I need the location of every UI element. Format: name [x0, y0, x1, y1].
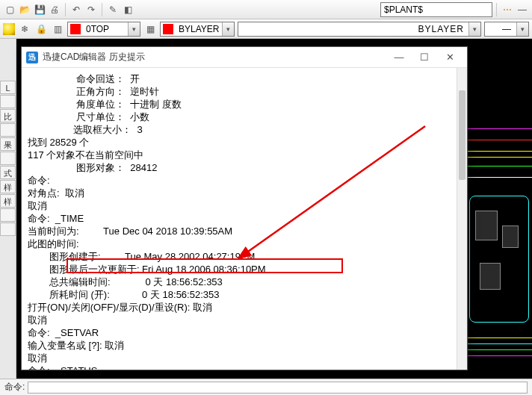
command-input[interactable]	[28, 382, 528, 394]
history-text: 命令回送： 开 正角方向： 逆时针 角度单位： 十进制 度数 尺寸单位： 小数 …	[28, 73, 336, 370]
color-combo[interactable]: BYLAYER ▾	[160, 22, 235, 37]
panel-tab[interactable]: 样	[0, 180, 16, 193]
dialog-titlebar[interactable]: 迅 迅捷CAD编辑器 历史提示 ― ☐ ✕	[22, 47, 467, 68]
app-icon: 迅	[26, 52, 38, 63]
minimize-button[interactable]: ―	[386, 49, 412, 66]
panel-tab[interactable]: 比	[0, 109, 16, 122]
panel-tab[interactable]	[0, 123, 16, 137]
chevron-down-icon[interactable]: ▾	[222, 22, 234, 36]
left-panel: L 比 果 式 样 样	[0, 39, 16, 395]
linetype-name: BYLAYER	[238, 24, 468, 34]
history-dialog: 迅 迅捷CAD编辑器 历史提示 ― ☐ ✕ 命令回送： 开 正角方向： 逆时针 …	[21, 46, 468, 370]
print-icon[interactable]: 🖨	[48, 3, 61, 16]
line-icon[interactable]: —	[516, 3, 529, 16]
annotation-highlight	[66, 258, 343, 273]
layer-prop-icon[interactable]: ▥	[51, 22, 64, 36]
dialog-body[interactable]: 命令回送： 开 正角方向： 逆时针 角度单位： 十进制 度数 尺寸单位： 小数 …	[22, 68, 457, 370]
new-icon[interactable]: ▢	[3, 3, 16, 16]
lineweight-combo[interactable]: — ▾	[484, 22, 529, 37]
panel-tab[interactable]: 样	[0, 194, 16, 208]
panel-tab[interactable]	[0, 208, 16, 222]
maximize-button[interactable]: ☐	[412, 49, 437, 66]
dots-icon[interactable]: ⋯	[501, 3, 514, 16]
color-name: BYLAYER	[176, 24, 222, 34]
layer-name: 0TOP	[83, 24, 128, 34]
separator	[65, 3, 66, 16]
tool-icon[interactable]: ◧	[121, 3, 134, 16]
chevron-down-icon[interactable]: ▾	[516, 22, 528, 36]
lineweight-value: —	[485, 24, 516, 34]
panel-tab[interactable]: 果	[0, 137, 16, 151]
redo-icon[interactable]: ↷	[84, 3, 98, 16]
plant-value: $PLANT$	[381, 4, 492, 15]
open-icon[interactable]: 📂	[18, 3, 31, 16]
vertical-scrollbar[interactable]	[457, 68, 467, 370]
scrollbar-thumb[interactable]	[459, 90, 466, 180]
separator	[102, 3, 102, 16]
command-bar: 命令:	[0, 379, 532, 395]
chevron-down-icon[interactable]: ▾	[128, 22, 140, 36]
command-label: 命令:	[4, 381, 25, 394]
linetype-combo[interactable]: BYLAYER ▾	[238, 22, 481, 37]
close-button[interactable]: ✕	[437, 49, 463, 66]
panel-tab[interactable]: L	[0, 81, 16, 94]
cad-drawing-preview	[465, 39, 532, 395]
dialog-title: 迅捷CAD编辑器 历史提示	[43, 51, 386, 63]
plant-field[interactable]: $PLANT$	[380, 2, 492, 17]
tool-icon[interactable]: ✎	[106, 3, 120, 16]
layer-toolbar: ❄ 🔒 ▥ 0TOP ▾ ▦ BYLAYER ▾ BYLAYER ▾ — ▾	[0, 19, 532, 39]
chevron-down-icon[interactable]: ▾	[468, 22, 480, 36]
panel-tab[interactable]: 式	[0, 166, 16, 179]
main-toolbar: ▢ 📂 💾 🖨 ↶ ↷ ✎ ◧ $PLANT$ ⋯ —	[0, 0, 532, 19]
panel-tab[interactable]	[0, 152, 16, 165]
freeze-icon[interactable]: ❄	[18, 22, 31, 36]
color-swatch	[163, 24, 173, 34]
bulb-icon[interactable]	[3, 23, 15, 35]
save-icon[interactable]: 💾	[33, 3, 46, 16]
lock-icon[interactable]: 🔒	[34, 22, 48, 36]
separator	[496, 3, 497, 16]
layer-color-swatch	[70, 24, 81, 34]
layer-combo[interactable]: 0TOP ▾	[67, 22, 140, 37]
panel-tab[interactable]	[0, 95, 16, 108]
color-tool-icon[interactable]: ▦	[143, 22, 157, 36]
undo-icon[interactable]: ↶	[69, 3, 83, 16]
panel-tab[interactable]	[0, 223, 16, 236]
